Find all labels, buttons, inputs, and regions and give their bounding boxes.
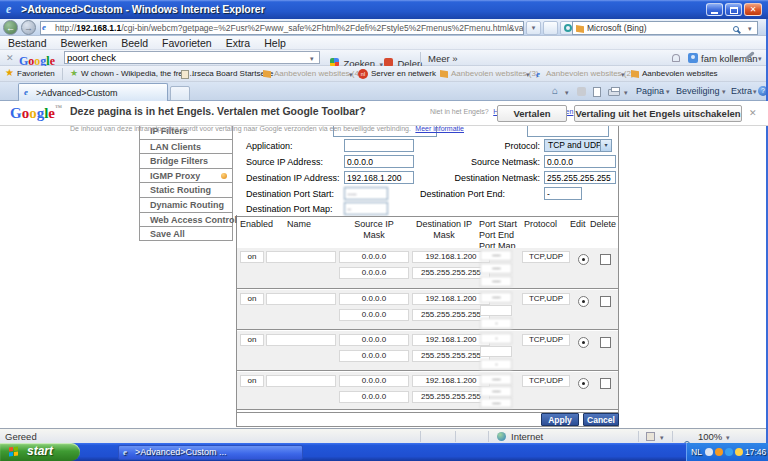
compatibility-view-button[interactable] — [543, 21, 558, 35]
sidebar-item-save-all[interactable]: Save All — [140, 226, 232, 241]
name-cell — [266, 375, 336, 387]
user-menu-caret-icon[interactable]: ▾ — [734, 55, 738, 63]
application-input[interactable] — [344, 139, 414, 152]
globe-icon — [497, 432, 506, 441]
language-indicator[interactable]: NL — [691, 447, 702, 457]
sidebar-item-bridge-filters[interactable]: Bridge Filters — [140, 153, 232, 168]
dest-ip-cell: 192.168.1.200 — [412, 334, 490, 346]
chevron-down-icon[interactable]: ▾ — [526, 71, 530, 79]
settings-caret-icon[interactable]: ▾ — [758, 55, 762, 63]
source-netmask-input[interactable] — [544, 155, 616, 168]
favorite-wikipedia[interactable]: W chown - Wikipedia, the free ... — [81, 69, 196, 78]
search-provider-label: Microsoft (Bing) — [587, 23, 647, 33]
source-ip-input[interactable] — [344, 155, 414, 168]
destination-port-end-input[interactable] — [544, 187, 582, 200]
search-options-button[interactable]: ▾ — [748, 25, 752, 33]
edit-radio[interactable] — [578, 378, 589, 389]
delete-checkbox[interactable] — [600, 337, 611, 348]
page-mode-icon[interactable] — [646, 432, 655, 441]
sidebar-item-web-access-control[interactable]: Web Access Control — [140, 212, 232, 227]
dest-mask-cell: 255.255.255.255 — [412, 267, 490, 279]
back-button[interactable]: ← — [3, 20, 18, 35]
favorite-suggested[interactable]: Aanbevolen websites — [642, 69, 718, 78]
table-row: on 0.0.0.0 0.0.0.0 192.168.1.200 255.255… — [237, 372, 618, 410]
delete-checkbox[interactable] — [600, 254, 611, 265]
tray-icon-orange[interactable] — [715, 448, 723, 456]
search-box[interactable]: Microsoft (Bing) ▾ — [572, 21, 758, 35]
edit-radio[interactable] — [578, 254, 589, 265]
print-caret-icon[interactable]: ▾ — [624, 89, 628, 97]
close-button[interactable]: ✕ — [744, 3, 762, 16]
command-beveiliging[interactable]: Beveiliging — [676, 86, 720, 96]
table-row: on 0.0.0.0 0.0.0.0 192.168.1.200 255.255… — [237, 290, 618, 330]
favorite-server-netwerk[interactable]: Server en netwerk — [371, 69, 436, 78]
source-ip-cell: 0.0.0.0 — [339, 251, 409, 263]
col-header-protocol: Protocol — [524, 219, 557, 229]
refresh-icon — [564, 24, 572, 32]
tray-icon-yellow[interactable] — [735, 448, 743, 456]
command-extra[interactable]: Extra — [731, 86, 752, 96]
home-caret-icon[interactable]: ▾ — [565, 89, 569, 97]
statusbar-divider — [488, 431, 489, 442]
search-magnifier-button[interactable] — [733, 24, 739, 34]
chevron-down-icon[interactable]: ▾ — [349, 71, 353, 79]
col-header-delete: Delete — [590, 219, 616, 229]
edit-radio[interactable] — [578, 296, 589, 307]
menu-item-bestand[interactable]: Bestand — [8, 37, 47, 49]
address-bar[interactable]: http://192.168.1.1/cgi-bin/webcm?getpage… — [40, 21, 524, 35]
destination-ip-input[interactable] — [344, 171, 414, 184]
command-pagina[interactable]: Pagina — [636, 86, 664, 96]
protocol-select[interactable]: TCP and UDP ▾ — [544, 139, 612, 152]
translate-privacy-note: De inhoud van deze intranetpagina wordt … — [70, 117, 464, 135]
destination-netmask-input[interactable] — [544, 171, 616, 184]
menu-item-beeld[interactable]: Beeld — [121, 37, 148, 49]
address-dropdown-button[interactable]: ▾ — [526, 21, 541, 35]
apply-button[interactable]: Apply — [541, 413, 579, 426]
cancel-button[interactable]: Cancel — [583, 413, 619, 426]
tab-advanced-custom[interactable]: e >Advanced>Custom — [18, 83, 168, 101]
translate-button[interactable]: Vertalen — [497, 105, 567, 122]
source-ip-cell: 0.0.0.0 — [339, 334, 409, 346]
chevron-down-icon[interactable]: ▾ — [621, 71, 625, 79]
minimize-button[interactable] — [706, 3, 723, 16]
menu-item-help[interactable]: Help — [264, 37, 286, 49]
chevron-down-icon[interactable]: ▾ — [660, 434, 664, 442]
sidebar-item-static-routing[interactable]: Static Routing — [140, 182, 232, 197]
sidebar-item-dynamic-routing[interactable]: Dynamic Routing — [140, 197, 232, 212]
toolbar-close-icon[interactable]: ✕ — [6, 53, 14, 63]
meer-button[interactable]: Meer » — [428, 53, 458, 64]
bell-icon[interactable] — [672, 54, 680, 62]
menu-item-bewerken[interactable]: Bewerken — [61, 37, 108, 49]
delete-checkbox[interactable] — [600, 296, 611, 307]
destination-port-map-input[interactable] — [344, 202, 388, 215]
taskbar-task-button[interactable]: e >Advanced>Custom ... — [118, 445, 303, 460]
disable-translation-button[interactable]: Vertaling uit het Engels uitschakelen — [574, 105, 742, 122]
translate-info-link[interactable]: Meer informatie — [415, 125, 464, 132]
favorite-board[interactable]: Irseca Board Startseite — [192, 69, 273, 78]
menu-item-favorieten[interactable]: Favorieten — [162, 37, 212, 49]
ie-favicon-icon: e — [536, 69, 540, 79]
forward-button[interactable]: → — [21, 20, 36, 35]
translate-close-icon[interactable]: ✕ — [749, 108, 757, 118]
sidebar-item-igmp-proxy[interactable]: IGMP Proxy — [140, 168, 232, 183]
toolbar-search-input[interactable] — [64, 51, 320, 64]
maximize-button[interactable] — [725, 3, 742, 16]
zoom-caret-icon[interactable]: ▾ — [726, 434, 730, 442]
delete-checkbox[interactable] — [600, 378, 611, 389]
menu-item-extra[interactable]: Extra — [226, 37, 251, 49]
start-button[interactable]: start — [0, 443, 80, 461]
favorites-button[interactable]: Favorieten — [17, 69, 55, 78]
edit-radio[interactable] — [578, 337, 589, 348]
tray-icon-blue[interactable] — [725, 448, 733, 456]
toolbar-search-caret-icon[interactable]: ▾ — [310, 55, 314, 63]
sidebar-item-lan-clients[interactable]: LAN Clients — [140, 139, 232, 154]
port-start-cell: ····· — [480, 292, 512, 303]
print-button[interactable] — [608, 89, 620, 96]
new-tab-stub[interactable] — [170, 86, 190, 101]
home-button[interactable]: ⌂ — [552, 85, 558, 96]
read-mail-button[interactable] — [593, 87, 601, 97]
system-tray: NL 17:46 — [686, 443, 768, 461]
destination-port-start-input[interactable] — [344, 187, 388, 200]
rss-button[interactable] — [577, 87, 586, 96]
volume-tray-icon[interactable] — [705, 448, 713, 456]
